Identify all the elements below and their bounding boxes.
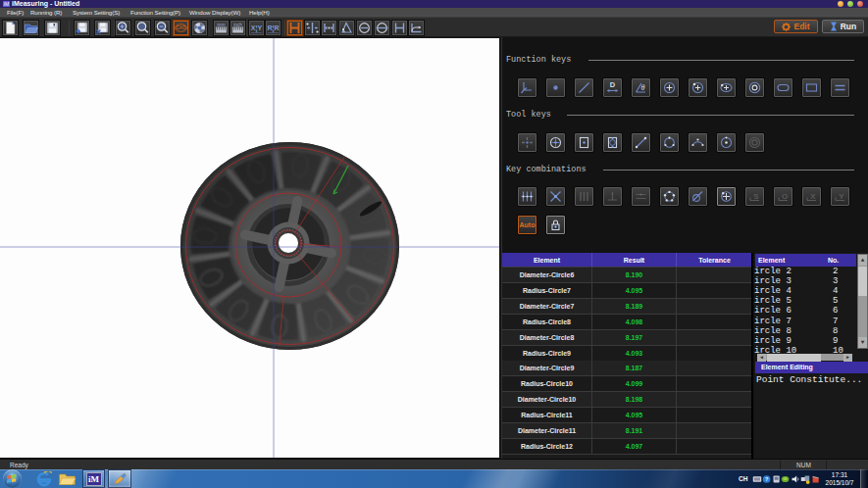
- svg-text:X: X: [810, 192, 816, 201]
- svg-text:S: S: [753, 192, 759, 201]
- svg-text:?: ?: [765, 476, 768, 482]
- svg-text:θ: θ: [641, 83, 645, 92]
- svg-text:CAD: CAD: [176, 25, 186, 30]
- svg-text:mm: mm: [217, 22, 225, 27]
- svg-text:Y: Y: [839, 192, 844, 201]
- svg-text:O: O: [782, 192, 788, 201]
- svg-text:inch: inch: [233, 23, 242, 27]
- svg-text:R¦R: R¦R: [267, 24, 279, 32]
- svg-text:X¦Y: X¦Y: [250, 24, 262, 32]
- svg-text:D: D: [610, 80, 616, 89]
